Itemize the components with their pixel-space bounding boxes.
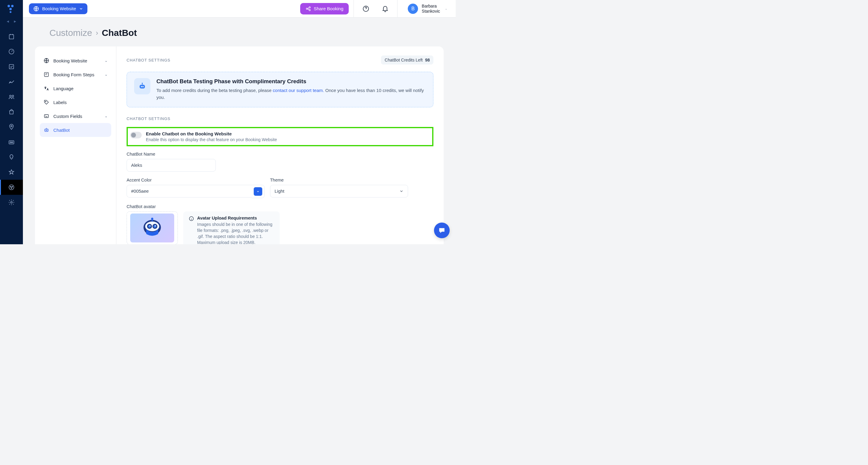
svg-point-1 — [11, 5, 13, 7]
chevron-down-icon — [79, 7, 83, 11]
panel-sidebar: Booking Website ⌄ Booking Form Steps ⌄ L… — [35, 47, 116, 244]
sidebar-item-customize[interactable] — [0, 180, 23, 195]
sidebar-item-payments[interactable] — [0, 135, 23, 150]
sidebar-history-arrows: ◄ ► — [6, 19, 17, 24]
robot-icon — [43, 127, 50, 133]
svg-point-13 — [12, 142, 13, 143]
enable-chatbot-highlight: Enable Chatbot on the Booking Website En… — [127, 127, 433, 146]
chevron-right-icon: › — [96, 29, 98, 37]
sidebar-item-users[interactable] — [0, 89, 23, 104]
panel-nav-booking-website[interactable]: Booking Website ⌄ — [40, 54, 111, 67]
sidebar-item-ideas[interactable] — [0, 150, 23, 165]
avatar: B — [408, 4, 418, 14]
svg-rect-4 — [9, 35, 14, 39]
svg-rect-44 — [152, 219, 153, 221]
svg-point-15 — [10, 186, 11, 187]
globe-icon — [43, 58, 50, 64]
panel-nav-custom-fields[interactable]: Custom Fields ⌄ — [40, 109, 111, 123]
info-box: ChatBot Beta Testing Phase with Complime… — [127, 72, 433, 107]
accent-color-input[interactable] — [127, 185, 252, 198]
svg-point-22 — [309, 9, 310, 11]
sidebar-item-settings[interactable] — [0, 195, 23, 210]
svg-point-30 — [47, 130, 47, 130]
chat-icon — [438, 227, 446, 234]
svg-point-12 — [10, 142, 11, 143]
svg-point-39 — [148, 225, 151, 228]
support-link[interactable]: contact our support team. — [273, 88, 324, 93]
chevron-down-icon — [399, 189, 404, 193]
share-booking-button[interactable]: Share Booking — [300, 3, 349, 14]
breadcrumb-parent[interactable]: Customize — [50, 28, 92, 38]
svg-point-41 — [150, 225, 151, 227]
sidebar-item-location[interactable] — [0, 119, 23, 135]
svg-point-16 — [12, 186, 13, 187]
sidebar-item-services[interactable] — [0, 74, 23, 89]
name-label: ChatBot Name — [127, 152, 433, 156]
bell-icon[interactable] — [381, 5, 389, 12]
info-text: To add more credits during the beta test… — [156, 87, 426, 101]
left-sidebar: ◄ ► — [0, 0, 23, 244]
panel-nav-language[interactable]: Language — [40, 81, 111, 95]
sidebar-item-shop[interactable] — [0, 104, 23, 119]
svg-rect-28 — [44, 129, 48, 132]
selector-label: Booking Website — [42, 6, 76, 11]
avatar-upload-box[interactable] — [127, 211, 178, 244]
svg-point-21 — [309, 7, 310, 8]
fields-icon — [43, 113, 50, 119]
svg-rect-25 — [44, 72, 48, 76]
help-icon[interactable] — [362, 5, 370, 12]
svg-rect-31 — [140, 85, 145, 89]
topbar: Booking Website Share Booking B Barbara … — [23, 0, 456, 18]
enable-chatbot-toggle[interactable] — [130, 132, 142, 138]
theme-label: Theme — [270, 178, 408, 182]
help-chat-fab[interactable] — [434, 223, 450, 238]
breadcrumb: Customize › ChatBot — [35, 28, 444, 38]
back-arrow-icon[interactable]: ◄ — [6, 19, 10, 24]
chevron-down-icon: ⌄ — [104, 58, 107, 63]
svg-point-10 — [11, 125, 12, 127]
avatar-label: ChatBot avatar — [127, 204, 433, 209]
robot-icon — [134, 78, 150, 94]
color-picker-swatch[interactable] — [253, 187, 262, 196]
svg-rect-27 — [44, 115, 48, 118]
sidebar-item-favorites[interactable] — [0, 165, 23, 180]
page-title: ChatBot — [102, 28, 137, 38]
section-label: CHATBOT SETTINGS — [127, 58, 170, 62]
user-name: Barbara Stankovic — [422, 4, 440, 14]
svg-point-0 — [7, 5, 10, 7]
info-icon — [189, 216, 194, 221]
accent-label: Accent Color — [127, 178, 265, 182]
booking-website-selector[interactable]: Booking Website — [29, 3, 87, 14]
share-icon — [306, 6, 311, 11]
forward-arrow-icon[interactable]: ► — [13, 19, 17, 24]
panel-nav-labels[interactable]: Labels — [40, 95, 111, 109]
svg-point-33 — [143, 86, 144, 87]
svg-point-9 — [12, 95, 14, 97]
chevron-down-icon: ⌄ — [104, 72, 107, 77]
tag-icon — [43, 99, 50, 105]
svg-point-3 — [10, 11, 11, 13]
sidebar-item-calendar[interactable] — [0, 29, 23, 44]
svg-point-18 — [10, 201, 12, 203]
section-label: CHATBOT SETTINGS — [127, 116, 433, 121]
user-menu[interactable]: B Barbara Stankovic ⌄ — [402, 4, 450, 14]
chatbot-avatar-icon — [130, 213, 174, 242]
panel-nav-form-steps[interactable]: Booking Form Steps ⌄ — [40, 67, 111, 81]
share-label: Share Booking — [314, 6, 343, 11]
svg-point-26 — [45, 101, 46, 102]
app-logo-icon[interactable] — [7, 4, 16, 13]
theme-select[interactable]: Light — [270, 185, 408, 198]
svg-point-32 — [141, 86, 142, 87]
sidebar-item-dashboard[interactable] — [0, 44, 23, 59]
chatbot-name-input[interactable] — [127, 159, 216, 172]
info-title: ChatBot Beta Testing Phase with Complime… — [156, 78, 426, 85]
svg-point-42 — [155, 225, 156, 227]
sidebar-item-tasks[interactable] — [0, 59, 23, 74]
form-icon — [43, 71, 50, 78]
panel-nav-chatbot[interactable]: ChatBot — [40, 123, 111, 137]
svg-point-14 — [9, 185, 14, 190]
enable-desc: Enable this option to display the chat f… — [146, 137, 277, 142]
svg-point-8 — [10, 95, 11, 97]
svg-point-2 — [9, 8, 12, 10]
enable-title: Enable Chatbot on the Booking Website — [146, 131, 277, 136]
